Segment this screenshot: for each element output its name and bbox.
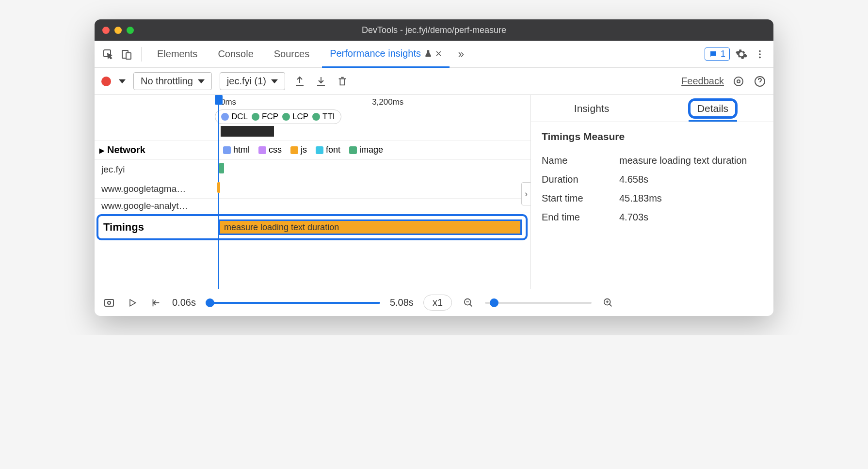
- detail-row-end: End time 4.703s: [542, 208, 763, 227]
- details-tab-highlight: Details: [688, 98, 738, 119]
- legend-css: css: [258, 145, 282, 155]
- timeline-panel[interactable]: 0ms 3,200ms DCL FCP LCP TTI ▸ Network ht…: [95, 95, 531, 289]
- details-body: Timings Measure Name measure loading tex…: [531, 122, 773, 235]
- devtools-window: DevTools - jec.fyi/demo/perf-measure Ele…: [95, 19, 773, 316]
- panel-settings-icon[interactable]: [732, 75, 745, 88]
- slider-thumb[interactable]: [490, 298, 498, 307]
- marker-tti[interactable]: TTI: [312, 112, 335, 122]
- marker-dcl[interactable]: DCL: [221, 112, 248, 122]
- issues-count: 1: [721, 49, 725, 59]
- detail-value: 45.183ms: [619, 193, 662, 204]
- thumbnail-row: [95, 126, 530, 141]
- titlebar: DevTools - jec.fyi/demo/perf-measure: [95, 19, 773, 41]
- record-button[interactable]: [101, 77, 111, 86]
- chevron-down-icon: [271, 78, 278, 85]
- screenshot-thumb: [221, 126, 274, 137]
- toggle-visibility-icon[interactable]: [102, 296, 116, 310]
- import-icon[interactable]: [314, 75, 328, 88]
- host-label: jec.fyi: [98, 164, 217, 175]
- svg-point-6: [737, 80, 740, 83]
- minimize-window-button[interactable]: [114, 27, 122, 34]
- playback-footer: 0.06s 5.08s x1: [95, 289, 773, 316]
- inspect-element-icon[interactable]: [101, 47, 115, 61]
- svg-point-5: [759, 56, 761, 58]
- tab-console[interactable]: Console: [210, 41, 261, 68]
- kebab-menu-icon[interactable]: [753, 47, 767, 61]
- perf-toolbar: No throttling jec.fyi (1) Feedback: [95, 68, 773, 95]
- playback-speed[interactable]: x1: [423, 295, 452, 311]
- traffic-lights: [102, 27, 134, 34]
- tab-performance-insights[interactable]: Performance insights ×: [322, 41, 450, 68]
- detail-row-name: Name measure loading text duration: [542, 151, 763, 170]
- svg-point-4: [759, 53, 761, 55]
- chevron-down-icon: [198, 78, 205, 85]
- legend-image: image: [349, 145, 383, 155]
- metrics-markers: DCL FCP LCP TTI: [215, 109, 341, 124]
- svg-point-7: [734, 77, 743, 86]
- detail-value: 4.703s: [619, 212, 648, 223]
- details-panel: Insights Details Timings Measure Name me…: [531, 95, 773, 289]
- throttling-select[interactable]: No throttling: [133, 72, 212, 90]
- detail-row-start: Start time 45.183ms: [542, 189, 763, 208]
- tab-insights[interactable]: Insights: [531, 95, 652, 122]
- legend-font: font: [316, 145, 340, 155]
- tab-elements[interactable]: Elements: [149, 41, 205, 68]
- issues-badge[interactable]: 1: [705, 47, 730, 61]
- collapse-sidebar-button[interactable]: ›: [521, 182, 531, 205]
- delete-icon[interactable]: [336, 75, 349, 88]
- detail-row-duration: Duration 4.658s: [542, 170, 763, 189]
- time-tick: 0ms: [221, 97, 236, 107]
- time-slider[interactable]: [206, 302, 380, 304]
- help-icon[interactable]: [753, 75, 767, 88]
- marker-fcp[interactable]: FCP: [252, 112, 278, 122]
- request-bar[interactable]: [217, 182, 220, 193]
- network-host-row[interactable]: www.google-analyt…: [95, 199, 530, 213]
- close-tab-icon[interactable]: ×: [435, 47, 442, 60]
- timings-track[interactable]: Timings measure loading text duration: [96, 214, 528, 240]
- play-button[interactable]: [126, 296, 139, 310]
- more-tabs-icon[interactable]: »: [454, 47, 468, 61]
- time-ruler: 0ms 3,200ms: [95, 95, 530, 109]
- svg-point-3: [759, 50, 761, 52]
- main-toolbar: Elements Console Sources Performance ins…: [95, 41, 773, 68]
- host-label: www.google-analyt…: [98, 201, 217, 211]
- zoom-slider[interactable]: [485, 302, 592, 304]
- feedback-link[interactable]: Feedback: [681, 76, 724, 87]
- svg-rect-2: [126, 53, 131, 59]
- zoom-in-icon[interactable]: [601, 296, 615, 310]
- tab-details[interactable]: Details: [652, 95, 773, 122]
- svg-point-10: [108, 301, 111, 304]
- details-section-title: Timings Measure: [542, 131, 763, 142]
- detail-value: measure loading text duration: [619, 155, 747, 166]
- network-host-row[interactable]: www.googletagma…: [95, 179, 530, 199]
- svg-rect-9: [105, 299, 113, 306]
- timings-section-header: Timings: [98, 221, 219, 234]
- tab-sources[interactable]: Sources: [266, 41, 317, 68]
- recording-select[interactable]: jec.fyi (1): [220, 72, 285, 90]
- zoom-out-icon[interactable]: [462, 296, 475, 310]
- settings-gear-icon[interactable]: [735, 47, 748, 61]
- throttling-value: No throttling: [141, 76, 193, 87]
- legend-js: js: [290, 145, 307, 155]
- marker-lcp[interactable]: LCP: [282, 112, 308, 122]
- tab-label: Performance insights: [330, 48, 421, 59]
- recording-value: jec.fyi (1): [227, 76, 266, 87]
- window-title: DevTools - jec.fyi/demo/perf-measure: [362, 25, 506, 35]
- network-host-row[interactable]: jec.fyi: [95, 160, 530, 179]
- detail-value: 4.658s: [619, 174, 648, 185]
- network-section-header[interactable]: ▸ Network: [99, 144, 145, 156]
- time-tick: 3,200ms: [372, 97, 403, 107]
- request-bar[interactable]: [219, 163, 224, 173]
- chat-icon: [709, 50, 718, 59]
- time-start-label: 0.06s: [172, 297, 196, 308]
- timing-measure-bar[interactable]: measure loading text duration: [219, 219, 522, 235]
- maximize-window-button[interactable]: [127, 27, 134, 34]
- slider-thumb[interactable]: [206, 298, 214, 307]
- record-options-caret[interactable]: [119, 78, 126, 85]
- flask-icon: [424, 49, 433, 58]
- close-window-button[interactable]: [102, 27, 110, 34]
- device-toolbar-icon[interactable]: [120, 47, 133, 61]
- rewind-button[interactable]: [149, 296, 162, 310]
- export-icon[interactable]: [293, 75, 306, 88]
- legend-html: html: [223, 145, 250, 155]
